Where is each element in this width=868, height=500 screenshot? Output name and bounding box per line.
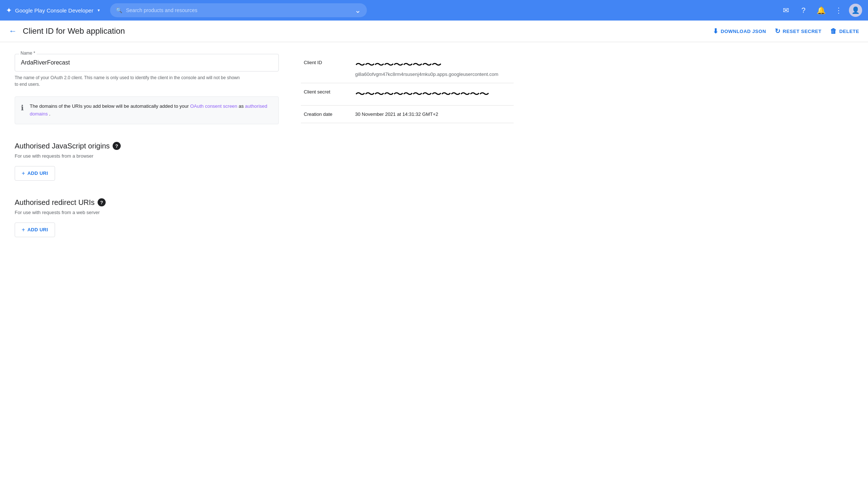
oauth-consent-screen-link[interactable]: OAuth consent screen [190, 103, 237, 109]
avatar[interactable]: 👤 [849, 4, 862, 17]
right-panel: Client ID 〜〜〜〜〜〜〜〜〜 gi8a60ofvgm47kc8rm4r… [301, 54, 514, 237]
redirect-uris-title-text: Authorised redirect URIs [15, 198, 95, 207]
js-origins-title: Authorised JavaScript origins ? [15, 142, 279, 150]
download-json-button[interactable]: ⬇ DOWNLOAD JSON [713, 27, 766, 35]
app-dropdown-icon[interactable]: ▾ [98, 8, 100, 13]
app-logo[interactable]: ✦ Google Play Console Developer ▾ [6, 6, 100, 15]
redirect-uris-title: Authorised redirect URIs ? [15, 198, 279, 207]
creation-date-value: 30 November 2021 at 14:31:32 GMT+2 [352, 106, 514, 123]
info-text-suffix: . [49, 111, 51, 117]
search-icon: 🔍 [116, 7, 122, 13]
topbar: ✦ Google Play Console Developer ▾ 🔍 ⌄ ✉ … [0, 0, 868, 21]
client-id-redacted: 〜〜〜〜〜〜〜〜〜 [355, 60, 441, 70]
client-id-text: gi8a60ofvgm47kc8rm4rsusenj4mku0p.apps.go… [355, 71, 511, 77]
add-uri-redirect-button[interactable]: + ADD URI [15, 223, 55, 237]
credentials-table: Client ID 〜〜〜〜〜〜〜〜〜 gi8a60ofvgm47kc8rm4r… [301, 54, 514, 123]
main-content: Name * The name of your OAuth 2.0 client… [0, 42, 868, 249]
info-circle-icon: ℹ [21, 103, 24, 112]
client-secret-redacted: 〜〜〜〜〜〜〜〜〜〜〜〜〜〜 [355, 89, 489, 99]
more-options-icon-btn[interactable]: ⋮ [831, 3, 846, 18]
delete-icon: 🗑 [830, 27, 837, 35]
name-field-group: Name * [15, 54, 279, 71]
add-uri-redirect-label: ADD URI [28, 227, 48, 232]
header-actions: ⬇ DOWNLOAD JSON ↻ RESET SECRET 🗑 DELETE [713, 27, 859, 35]
app-name: Google Play Console Developer [15, 7, 93, 14]
info-text-prefix: The domains of the URIs you add below wi… [30, 103, 190, 109]
plus-icon-redirect: + [22, 227, 25, 233]
info-box: ℹ The domains of the URIs you add below … [15, 96, 279, 124]
client-secret-label: Client secret [301, 83, 352, 106]
plus-icon-js: + [22, 170, 25, 177]
creation-date-label: Creation date [301, 106, 352, 123]
client-id-value: 〜〜〜〜〜〜〜〜〜 gi8a60ofvgm47kc8rm4rsusenj4mku… [352, 54, 514, 83]
page-title: Client ID for Web application [23, 26, 707, 36]
add-uri-js-label: ADD URI [28, 170, 48, 176]
back-button[interactable]: ← [9, 26, 17, 36]
redirect-uris-description: For use with requests from a web server [15, 210, 279, 215]
name-hint: The name of your OAuth 2.0 client. This … [15, 74, 242, 88]
search-bar[interactable]: 🔍 ⌄ [110, 3, 367, 17]
delete-button[interactable]: 🗑 DELETE [830, 27, 859, 35]
reset-secret-button[interactable]: ↻ RESET SECRET [775, 27, 821, 35]
info-box-text: The domains of the URIs you add below wi… [30, 103, 273, 118]
name-label: Name * [19, 51, 37, 56]
name-input[interactable] [15, 54, 279, 71]
back-arrow-icon: ← [9, 26, 17, 36]
download-icon: ⬇ [713, 27, 719, 35]
topbar-actions: ✉ ? 🔔 ⋮ 👤 [778, 3, 862, 18]
reset-secret-label: RESET SECRET [783, 29, 822, 34]
info-text-mid: as [238, 103, 245, 109]
client-secret-value: 〜〜〜〜〜〜〜〜〜〜〜〜〜〜 [352, 83, 514, 106]
js-origins-help-icon[interactable]: ? [113, 142, 121, 150]
left-panel: Name * The name of your OAuth 2.0 client… [15, 54, 279, 237]
client-secret-row: Client secret 〜〜〜〜〜〜〜〜〜〜〜〜〜〜 [301, 83, 514, 106]
reset-icon: ↻ [775, 27, 781, 35]
creation-date-row: Creation date 30 November 2021 at 14:31:… [301, 106, 514, 123]
page-header: ← Client ID for Web application ⬇ DOWNLO… [0, 21, 868, 42]
help-icon-btn[interactable]: ? [796, 3, 811, 18]
client-id-row: Client ID 〜〜〜〜〜〜〜〜〜 gi8a60ofvgm47kc8rm4r… [301, 54, 514, 83]
logo-star-icon: ✦ [6, 6, 12, 15]
delete-label: DELETE [839, 29, 859, 34]
download-json-label: DOWNLOAD JSON [721, 29, 766, 34]
notifications-icon-btn[interactable]: 🔔 [814, 3, 828, 18]
js-origins-title-text: Authorised JavaScript origins [15, 142, 110, 150]
js-origins-description: For use with requests from a browser [15, 153, 279, 159]
email-icon-btn[interactable]: ✉ [778, 3, 793, 18]
client-id-label: Client ID [301, 54, 352, 83]
redirect-uris-help-icon[interactable]: ? [98, 198, 106, 206]
search-input[interactable] [126, 7, 352, 13]
search-dropdown-icon[interactable]: ⌄ [355, 6, 361, 15]
add-uri-js-origins-button[interactable]: + ADD URI [15, 166, 55, 181]
